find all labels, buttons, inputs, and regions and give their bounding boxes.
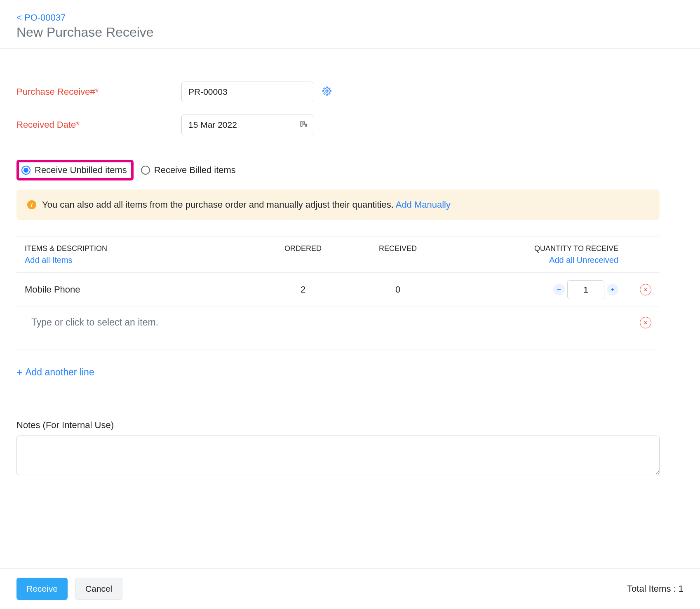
radio-unselected-icon	[141, 166, 150, 175]
th-items: ITEMS & DESCRIPTION Add all Items	[21, 244, 256, 265]
page-title: New Purchase Receive	[16, 25, 684, 40]
add-another-line-link[interactable]: + Add another line	[16, 366, 660, 379]
receive-unbilled-radio[interactable]: Receive Unbilled items	[16, 160, 134, 180]
page-footer: Receive Cancel Total Items : 1	[0, 568, 700, 609]
receive-unbilled-label: Receive Unbilled items	[35, 165, 127, 176]
receive-billed-radio[interactable]: Receive Billed items	[141, 160, 236, 180]
page-header: < PO-00037 New Purchase Receive	[0, 0, 700, 49]
quantity-stepper	[449, 280, 618, 299]
received-date-label: Received Date*	[16, 119, 181, 130]
th-received: RECEIVED	[350, 244, 445, 253]
th-qty: QUANTITY TO RECEIVE Add all Unreceived	[445, 244, 622, 265]
received-date-input[interactable]	[181, 115, 313, 135]
qty-decrement-button[interactable]	[553, 284, 565, 295]
gear-icon[interactable]	[322, 87, 331, 98]
notes-section: Notes (For Internal Use)	[16, 420, 660, 477]
remove-row-icon[interactable]	[640, 317, 651, 328]
receive-button[interactable]: Receive	[16, 578, 68, 600]
items-table: ITEMS & DESCRIPTION Add all Items ORDERE…	[16, 237, 660, 349]
table-header: ITEMS & DESCRIPTION Add all Items ORDERE…	[16, 237, 660, 273]
notes-textarea[interactable]	[16, 436, 660, 475]
info-banner-text: You can also add all items from the purc…	[42, 199, 451, 210]
table-row: Mobile Phone 2 0	[16, 273, 660, 307]
receive-number-input[interactable]	[181, 82, 313, 102]
radio-selected-icon	[21, 166, 31, 175]
item-select-row: Type or click to select an item.	[16, 307, 660, 349]
item-ordered: 2	[256, 284, 350, 295]
received-date-row: Received Date*	[16, 115, 660, 135]
back-link[interactable]: < PO-00037	[16, 12, 684, 23]
plus-icon: +	[16, 366, 23, 379]
add-all-unreceived-link[interactable]: Add all Unreceived	[449, 255, 618, 265]
svg-point-0	[326, 90, 328, 92]
info-banner: i You can also add all items from the pu…	[16, 190, 660, 220]
item-select-input[interactable]: Type or click to select an item.	[31, 317, 618, 328]
notes-label: Notes (For Internal Use)	[16, 420, 660, 431]
receive-number-label: Purchase Receive#*	[16, 87, 181, 97]
receive-number-row: Purchase Receive#*	[16, 82, 660, 102]
item-received: 0	[350, 284, 445, 295]
qty-increment-button[interactable]	[607, 284, 618, 295]
add-manually-link[interactable]: Add Manually	[396, 199, 451, 210]
total-items: Total Items : 1	[627, 583, 684, 594]
receive-type-radio-group: Receive Unbilled items Receive Billed it…	[16, 160, 660, 180]
cancel-button[interactable]: Cancel	[75, 578, 122, 600]
item-name: Mobile Phone	[21, 284, 256, 295]
th-ordered: ORDERED	[256, 244, 350, 253]
qty-input[interactable]	[567, 280, 604, 299]
add-all-items-link[interactable]: Add all Items	[25, 255, 251, 265]
remove-row-icon[interactable]	[640, 284, 651, 295]
info-icon: i	[27, 200, 36, 209]
receive-billed-label: Receive Billed items	[154, 165, 236, 176]
